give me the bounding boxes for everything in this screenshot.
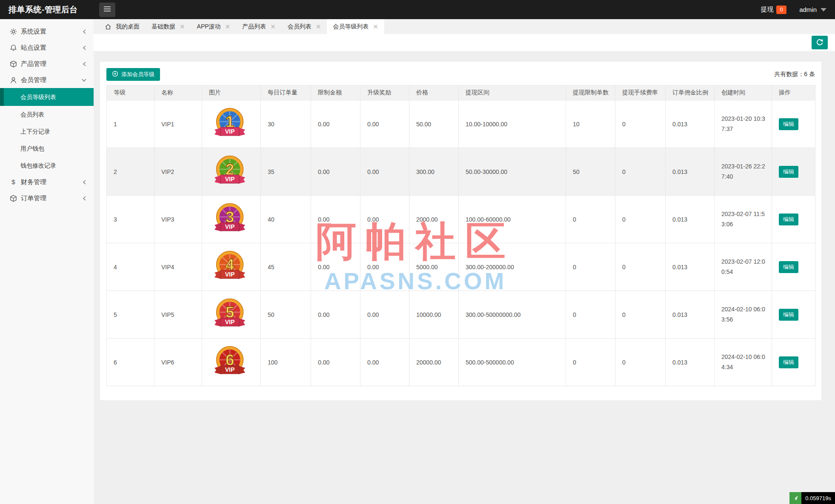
tab-close-icon[interactable]: ✕: [373, 23, 378, 30]
member-level-table: 等级名称图片每日订单量限制金额升级奖励价格提现区间提现限制单数提现手续费率订单佣…: [106, 85, 815, 386]
sidebar-item-label: 用户钱包: [20, 145, 44, 152]
table-row: 1VIP11VIP300.000.0050.0010.00-10000.0010…: [107, 100, 815, 148]
refresh-icon: [816, 38, 824, 47]
sidebar-sub-item-active[interactable]: 会员等级列表: [0, 88, 94, 106]
table-row: 4VIP44VIP450.000.005000.00300.00-200000.…: [107, 243, 815, 291]
cell-upgrade-reward: 0.00: [360, 243, 409, 291]
withdraw-count-badge: 0: [776, 6, 786, 14]
add-member-level-label: 添加会员等级: [121, 71, 154, 78]
cell-actions: 编辑: [772, 291, 815, 339]
cell-limit-amount: 0.00: [311, 291, 360, 339]
tab-close-icon[interactable]: ✕: [225, 23, 231, 30]
sidebar-sub-item[interactable]: 上下分记录: [0, 123, 94, 140]
cell-daily-orders: 30: [261, 100, 311, 148]
cell-level: 4: [107, 243, 154, 291]
sidebar-group-item[interactable]: 会员管理: [0, 72, 94, 88]
tab-active[interactable]: 会员等级列表✕: [327, 19, 384, 34]
table-row: 3VIP33VIP400.000.002000.00100.00-60000.0…: [107, 196, 815, 243]
chevron-down-icon: [821, 8, 826, 11]
edit-button[interactable]: 编辑: [779, 214, 798, 225]
tab[interactable]: 会员列表✕: [282, 19, 327, 34]
cell-daily-orders: 45: [261, 243, 311, 291]
user-menu[interactable]: admin: [799, 6, 826, 13]
sidebar-item-label: 会员管理: [21, 76, 46, 84]
table-row: 6VIP66VIP1000.000.0020000.00500.00-50000…: [107, 339, 815, 386]
trace-logo-icon[interactable]: [789, 492, 801, 504]
column-header: 升级奖励: [360, 85, 409, 100]
cell-actions: 编辑: [772, 148, 815, 196]
tab[interactable]: 基础数据✕: [146, 19, 191, 34]
chevron-left-icon: [82, 29, 87, 34]
cell-limit-amount: 0.00: [311, 339, 360, 386]
cell-created-at: 2024-02-10 06:04:34: [715, 339, 772, 386]
sidebar-sub-item[interactable]: 用户钱包: [0, 140, 94, 157]
tab-label: 会员等级列表: [333, 23, 369, 31]
app-title: 排单系统-管理后台: [0, 4, 94, 15]
column-header: 每日订单量: [261, 85, 311, 100]
tab-close-icon[interactable]: ✕: [316, 23, 321, 30]
cell-commission-ratio: 0.013: [666, 148, 715, 196]
gear-icon: [9, 28, 17, 35]
cell-name: VIP4: [154, 243, 202, 291]
tab-label: 产品列表: [242, 23, 266, 31]
withdraw-menu[interactable]: 提现 0: [761, 6, 786, 14]
cell-withdraw-fee-rate: 0: [615, 148, 666, 196]
cell-actions: 编辑: [772, 339, 815, 386]
vip-badge-image: 3VIP: [211, 201, 249, 238]
cell-withdraw-limit-count: 0: [566, 243, 615, 291]
chevron-down-icon: [81, 78, 87, 83]
tab[interactable]: 我的桌面: [99, 19, 146, 34]
sidebar-group-item[interactable]: 产品管理: [0, 56, 94, 72]
sidebar-sub-item[interactable]: 钱包修改记录: [0, 157, 94, 174]
cell-withdraw-range: 300.00-200000.00: [459, 243, 566, 291]
sidebar-sub-item[interactable]: 会员列表: [0, 106, 94, 123]
cell-price: 300.00: [409, 148, 459, 196]
svg-text:VIP: VIP: [225, 128, 234, 135]
refresh-button[interactable]: [812, 36, 828, 49]
cell-commission-ratio: 0.013: [666, 291, 715, 339]
chevron-left-icon: [82, 196, 87, 201]
cell-limit-amount: 0.00: [311, 243, 360, 291]
sidebar-item-label: 订单管理: [21, 194, 46, 202]
svg-text:VIP: VIP: [225, 271, 234, 278]
edit-button[interactable]: 编辑: [779, 309, 798, 321]
vip-badge-image: 1VIP: [211, 105, 249, 143]
cell-actions: 编辑: [772, 243, 815, 291]
sidebar-group-item[interactable]: $财务管理: [0, 174, 94, 190]
cell-limit-amount: 0.00: [311, 100, 360, 148]
cell-level: 5: [107, 291, 154, 339]
tab-close-icon[interactable]: ✕: [270, 23, 276, 30]
vip-badge-image: 6VIP: [211, 344, 249, 381]
column-header: 名称: [154, 85, 202, 100]
sidebar-item-label: 钱包修改记录: [20, 162, 56, 169]
edit-button[interactable]: 编辑: [779, 118, 798, 130]
cell-withdraw-limit-count: 0: [566, 196, 615, 243]
sidebar-item-label: 会员等级列表: [20, 94, 56, 100]
edit-button[interactable]: 编辑: [779, 356, 798, 368]
column-header: 提现手续费率: [615, 85, 666, 100]
add-member-level-button[interactable]: 添加会员等级: [106, 68, 160, 81]
tab[interactable]: APP滚动✕: [191, 19, 237, 34]
cell-limit-amount: 0.00: [311, 196, 360, 243]
tab[interactable]: 产品列表✕: [236, 19, 282, 34]
cell-daily-orders: 100: [261, 339, 311, 386]
cell-name: VIP2: [154, 148, 202, 196]
sidebar-group-item[interactable]: 站点设置: [0, 40, 94, 56]
sidebar-group-item[interactable]: 系统设置: [0, 23, 94, 40]
topbar-right: 提现 0 admin: [761, 6, 835, 14]
cell-upgrade-reward: 0.00: [360, 196, 409, 243]
sidebar-group-item[interactable]: 订单管理: [0, 190, 94, 206]
edit-button[interactable]: 编辑: [779, 166, 798, 178]
tab-close-icon[interactable]: ✕: [180, 23, 185, 30]
edit-button[interactable]: 编辑: [779, 261, 798, 273]
chevron-left-icon: [82, 45, 87, 51]
table-row: 5VIP55VIP500.000.0010000.00300.00-500000…: [107, 291, 815, 339]
cell-commission-ratio: 0.013: [666, 243, 715, 291]
cell-actions: 编辑: [772, 196, 815, 243]
cell-upgrade-reward: 0.00: [360, 148, 409, 196]
table-header-row: 等级名称图片每日订单量限制金额升级奖励价格提现区间提现限制单数提现手续费率订单佣…: [107, 85, 815, 100]
cell-commission-ratio: 0.013: [666, 339, 715, 386]
sidebar-toggle-button[interactable]: [99, 3, 115, 17]
sidebar: 系统设置站点设置产品管理会员管理会员等级列表会员列表上下分记录用户钱包钱包修改记…: [0, 19, 94, 504]
cell-withdraw-range: 100.00-60000.00: [459, 196, 566, 243]
